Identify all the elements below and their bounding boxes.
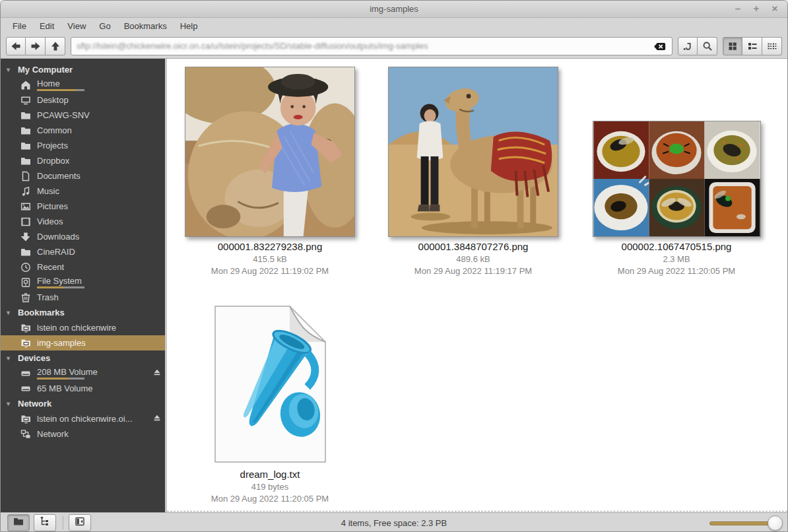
section-network[interactable]: ▾ Network	[1, 396, 167, 411]
sidebar-item-documents[interactable]: Documents	[1, 168, 167, 183]
thumbnail-camel-ride[interactable]	[185, 67, 355, 237]
back-button[interactable]	[6, 37, 26, 55]
search-button[interactable]	[698, 37, 717, 55]
file-name: 000002.1067470515.png	[622, 241, 732, 252]
up-icon	[50, 41, 61, 51]
section-my-computer[interactable]: ▾ My Computer	[1, 62, 167, 77]
file-date: Mon 29 Aug 2022 11:19:17 PM	[414, 266, 532, 276]
file-date: Mon 29 Aug 2022 11:20:05 PM	[618, 266, 735, 276]
folder-icon	[20, 110, 31, 121]
sidebar-item-cineraid[interactable]: CineRAID	[1, 244, 167, 259]
sidebar-item-img-samples[interactable]: img-samples	[1, 335, 167, 350]
sidebar-item-home[interactable]: Home	[1, 77, 167, 92]
thumbnail-soup-grid[interactable]	[593, 121, 761, 237]
sidebar-item-pictures[interactable]: Pictures	[1, 199, 167, 214]
list-view-icon	[747, 41, 758, 51]
places-sidebar: ▾ My Computer Home Desktop PCAWG-SNV Com…	[1, 59, 167, 512]
sidebar-item-208mb-volume[interactable]: 208 MB Volume	[1, 366, 167, 381]
menu-help[interactable]: Help	[174, 19, 205, 33]
sidebar-item-trash[interactable]: Trash	[1, 290, 167, 305]
sidebar-item-downloads[interactable]: Downloads	[1, 229, 167, 244]
up-button[interactable]	[46, 37, 65, 55]
icon-view-icon	[727, 41, 738, 51]
minimize-button[interactable]: –	[732, 2, 744, 15]
menu-go[interactable]: Go	[92, 19, 117, 33]
maximize-button[interactable]: +	[750, 2, 762, 15]
icon-view[interactable]: 000001.832279238.png 415.5 kB Mon 29 Aug…	[167, 59, 787, 512]
sidebar-item-lstein-on-chickenwire[interactable]: lstein on chickenwire	[1, 320, 167, 335]
section-bookmarks[interactable]: ▾ Bookmarks	[1, 305, 167, 320]
titlebar[interactable]: img-samples – + ×	[1, 1, 787, 18]
videos-icon	[20, 216, 31, 227]
recent-icon	[20, 262, 31, 273]
location-entry-icon	[682, 41, 693, 51]
sidebar-item-file-system[interactable]: File System	[1, 275, 167, 290]
file-date: Mon 29 Aug 2022 11:19:02 PM	[211, 266, 329, 276]
remote-folder-icon	[20, 323, 31, 333]
icon-view-button[interactable]	[723, 37, 742, 55]
section-devices[interactable]: ▾ Devices	[1, 350, 167, 366]
menubar: File Edit View Go Bookmarks Help	[1, 18, 787, 34]
menu-file[interactable]: File	[6, 19, 33, 33]
file-date: Mon 29 Aug 2022 11:20:05 PM	[211, 494, 329, 504]
sidebar-item-videos[interactable]: Videos	[1, 214, 167, 229]
sidebar-item-65mb-volume[interactable]: 65 MB Volume	[1, 381, 167, 396]
sidebar-item-music[interactable]: Music	[1, 183, 167, 199]
remote-folder-icon	[20, 338, 31, 349]
document-icon	[20, 171, 31, 182]
remote-folder-icon	[20, 414, 31, 424]
file-item[interactable]: dream_log.txt 419 bytes Mon 29 Aug 2022 …	[168, 301, 372, 504]
zoom-slider-track[interactable]	[709, 521, 775, 525]
eject-icon[interactable]	[152, 368, 162, 379]
file-size: 489.6 kB	[456, 254, 490, 264]
network-icon	[20, 429, 31, 440]
clear-location-icon[interactable]	[651, 41, 667, 55]
sidebar-item-dropbox[interactable]: Dropbox	[1, 153, 167, 168]
menu-edit[interactable]: Edit	[33, 19, 61, 33]
desktop-icon	[20, 95, 31, 106]
sidebar-item-lstein-on-chickenwire-mount[interactable]: lstein on chickenwire.oi...	[1, 411, 167, 426]
chevron-down-icon[interactable]: ▾	[7, 309, 13, 316]
zoom-slider-handle[interactable]	[768, 515, 783, 531]
file-size: 2.3 MB	[663, 254, 690, 264]
trash-icon	[20, 292, 31, 303]
toolbar: sftp://lstein@chickenwire.oicr.on.ca/u/l…	[1, 34, 787, 59]
menu-bookmarks[interactable]: Bookmarks	[117, 19, 174, 33]
search-icon	[702, 41, 713, 51]
sidebar-item-common[interactable]: Common	[1, 123, 167, 138]
file-item[interactable]: 000001.832279238.png 415.5 kB Mon 29 Aug…	[168, 64, 372, 276]
file-name: 000001.832279238.png	[218, 241, 323, 252]
music-icon	[20, 186, 31, 197]
file-item[interactable]: 000001.3848707276.png 489.6 kB Mon 29 Au…	[372, 64, 575, 276]
file-size: 419 bytes	[251, 482, 288, 492]
sidebar-item-recent[interactable]: Recent	[1, 259, 167, 275]
disk-usage-bar	[37, 89, 84, 91]
location-path-text: sftp://lstein@chickenwire.oicr.on.ca/u/l…	[77, 41, 428, 51]
chevron-down-icon[interactable]: ▾	[7, 354, 13, 362]
compact-view-button[interactable]	[762, 37, 782, 55]
text-file-icon[interactable]	[209, 304, 331, 465]
home-icon	[20, 80, 31, 90]
sidebar-item-network[interactable]: Network	[1, 426, 167, 442]
chevron-down-icon[interactable]: ▾	[7, 66, 13, 73]
status-summary: 4 items, Free space: 2.3 PB	[1, 518, 787, 528]
sidebar-item-desktop[interactable]: Desktop	[1, 92, 167, 108]
toggle-location-entry-button[interactable]	[678, 37, 698, 55]
drive-icon	[20, 383, 31, 394]
chevron-down-icon[interactable]: ▾	[7, 400, 13, 407]
sidebar-item-projects[interactable]: Projects	[1, 138, 167, 153]
eject-icon[interactable]	[152, 413, 162, 424]
location-bar-input[interactable]: sftp://lstein@chickenwire.oicr.on.ca/u/l…	[71, 37, 673, 55]
menu-view[interactable]: View	[61, 19, 92, 33]
forward-button[interactable]	[26, 37, 46, 55]
close-button[interactable]: ×	[769, 2, 781, 15]
zoom-slider[interactable]	[709, 519, 775, 527]
disk-usage-bar	[37, 378, 84, 380]
list-view-button[interactable]	[742, 37, 762, 55]
thumbnail-camel-standing[interactable]	[388, 67, 558, 237]
file-name: 000001.3848707276.png	[418, 241, 529, 252]
file-item[interactable]: 000002.1067470515.png 2.3 MB Mon 29 Aug …	[575, 64, 778, 276]
sidebar-item-pcawg-snv[interactable]: PCAWG-SNV	[1, 108, 167, 123]
folder-icon	[20, 125, 31, 136]
pictures-icon	[20, 201, 31, 212]
